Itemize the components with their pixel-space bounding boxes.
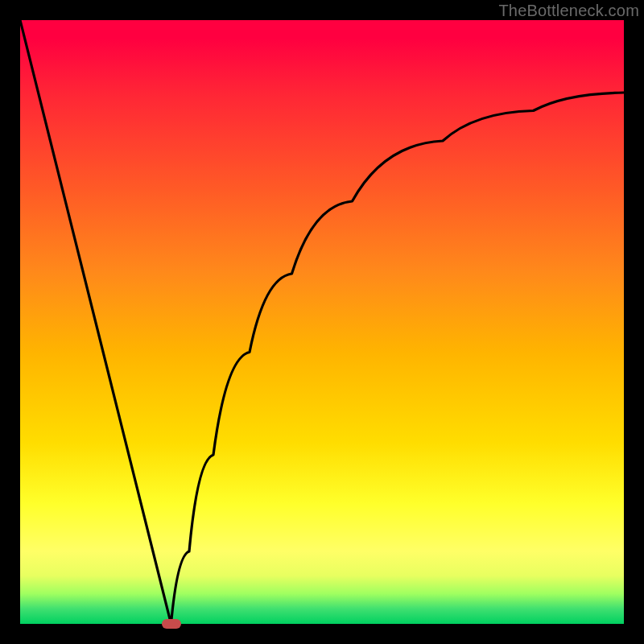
- bottleneck-curve: [20, 20, 624, 624]
- minimum-marker: [162, 619, 181, 629]
- watermark-text: TheBottleneck.com: [498, 2, 639, 20]
- chart-frame: TheBottleneck.com: [0, 0, 644, 644]
- plot-area: [20, 20, 624, 624]
